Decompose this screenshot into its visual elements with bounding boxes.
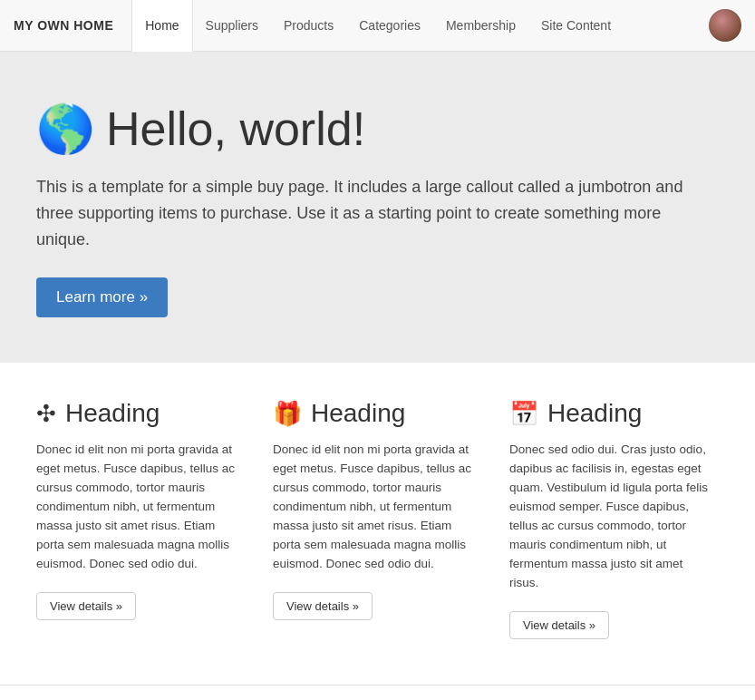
avatar[interactable] <box>709 9 741 42</box>
feature-col-0: ✣ Heading Donec id elit non mi porta gra… <box>27 399 255 656</box>
jumbotron-heading: Hello, world! <box>106 102 365 156</box>
feature-text-2: Donec sed odio dui. Cras justo odio, dap… <box>509 441 710 592</box>
view-details-button-2[interactable]: View details » <box>509 611 609 639</box>
feature-title-2: Heading <box>547 399 642 428</box>
feature-text-1: Donec id elit non mi porta gravida at eg… <box>273 441 473 573</box>
feature-heading-0: ✣ Heading <box>36 399 237 428</box>
nav-link-home[interactable]: Home <box>131 0 192 52</box>
feature-text-0: Donec id elit non mi porta gravida at eg… <box>36 441 237 573</box>
feature-title-1: Heading <box>311 399 405 428</box>
nav-link-products[interactable]: Products <box>271 0 346 52</box>
jumbotron: 🌎 Hello, world! This is a template for a… <box>0 52 755 363</box>
avatar-image <box>709 9 741 42</box>
nav-link-suppliers[interactable]: Suppliers <box>193 0 271 52</box>
view-details-button-1[interactable]: View details » <box>273 592 373 620</box>
nav-link-categories[interactable]: Categories <box>346 0 433 52</box>
nav-link-site-content[interactable]: Site Content <box>528 0 624 52</box>
feature-icon-2: 📅 <box>509 402 538 425</box>
learn-more-button[interactable]: Learn more » <box>36 277 168 317</box>
jumbotron-text: This is a template for a simple buy page… <box>36 174 689 252</box>
jumbotron-title: 🌎 Hello, world! <box>36 102 719 156</box>
feature-col-1: 🎁 Heading Donec id elit non mi porta gra… <box>255 399 491 656</box>
view-details-button-0[interactable]: View details » <box>36 592 136 620</box>
navbar-brand: MY OWN HOME <box>14 18 113 33</box>
feature-title-0: Heading <box>65 399 160 428</box>
navbar: MY OWN HOME HomeSuppliersProductsCategor… <box>0 0 755 52</box>
feature-col-2: 📅 Heading Donec sed odio dui. Cras justo… <box>491 399 728 656</box>
nav-link-membership[interactable]: Membership <box>433 0 528 52</box>
feature-icon-0: ✣ <box>36 402 56 425</box>
footer: © 2018 MyCompany. All rights reserved. <box>0 685 755 700</box>
features-section: ✣ Heading Donec id elit non mi porta gra… <box>0 363 755 684</box>
feature-heading-2: 📅 Heading <box>509 399 710 428</box>
nav-links: HomeSuppliersProductsCategoriesMembershi… <box>131 0 709 52</box>
globe-icon: 🌎 <box>36 105 95 152</box>
feature-icon-1: 🎁 <box>273 402 302 425</box>
feature-heading-1: 🎁 Heading <box>273 399 473 428</box>
